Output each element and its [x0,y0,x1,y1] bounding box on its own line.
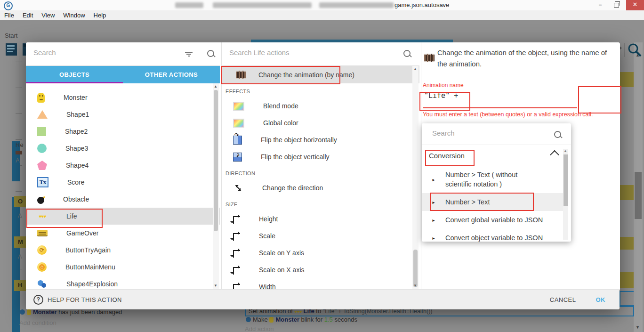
action-row-scale[interactable]: Scale [222,227,419,244]
object-row-shape4explosion[interactable]: Shape4Explosion [26,275,220,290]
behavior-icon [246,317,251,322]
help-icon[interactable]: ? [33,295,43,305]
category-label: Conversion [429,152,465,160]
highlighted-event-row: M [14,236,26,248]
actions-search-row [222,42,419,66]
objects-search-input[interactable] [32,48,170,57]
action-row-blend-mode[interactable]: Blend mode [222,97,419,114]
menu-file[interactable]: File [0,12,18,19]
action-row-height[interactable]: Height [222,211,419,227]
close-button[interactable]: ✕ [626,0,644,10]
object-row-shape1[interactable]: Shape1 [26,106,220,123]
tree-tick [16,88,22,88]
object-row-shape3[interactable]: Shape3 [26,140,220,157]
action-row-global-color[interactable]: Global color [222,114,419,131]
scroll-up-icon[interactable]: ▲ [413,67,417,71]
background-tab-start[interactable]: Start [5,32,17,39]
search-icon[interactable] [403,49,411,58]
search-icon[interactable] [554,130,562,139]
help-link[interactable]: HELP FOR THIS ACTION [48,296,122,303]
actions-search-input[interactable] [228,48,369,57]
events-scrollbar[interactable]: ▲ ▼ [634,42,643,332]
menu-bar: FileEditViewWindowHelp [0,10,644,20]
damaged-condition[interactable]: Monster has just been damaged [20,308,122,316]
direction-icon [233,183,243,193]
action-label: Global color [263,119,298,127]
animation-name-label: Animation name [423,82,464,89]
expression-item-number-text[interactable]: ▸Number > Text [422,193,563,211]
menu-window[interactable]: Window [59,12,89,19]
corner-icon [233,233,240,241]
expression-search-input[interactable] [431,129,538,138]
triangle-bullet-icon: ▸ [422,177,445,182]
object-row-gameover[interactable]: GameOver [26,225,220,242]
selected-action-row[interactable]: Change the animation (by name) [222,66,419,83]
object-row-shape4[interactable]: Shape4 [26,157,220,174]
scrollbar-thumb[interactable] [214,90,218,231]
expression-label: Number > Text ( without scientific notat… [445,170,544,189]
expression-popup: Conversion ▸Number > Text ( without scie… [422,123,571,242]
scrollbar-thumb[interactable] [413,250,418,287]
add-condition-link[interactable]: Add condition [19,319,56,326]
menu-edit[interactable]: Edit [18,12,37,19]
expression-item-convert-global-variable-to-json[interactable]: ▸Convert global variable to JSON [422,211,563,229]
scrollbar-thumb[interactable] [564,154,568,206]
action-label: Scale on Y axis [259,249,304,257]
monster-mini-icon [27,309,31,315]
ok-button[interactable]: OK [596,296,606,303]
category-conversion[interactable]: Conversion [422,145,571,166]
toolbar-separator [624,43,625,57]
action-label: Flip the object horizontally [261,136,337,144]
add-action-link[interactable]: Add action [245,325,274,332]
action-row-flip-the-object-horizontally[interactable]: Flip the object horizontally [222,131,419,148]
action-row-change-the-direction[interactable]: Change the direction [222,179,419,196]
group-header-direction: DIRECTION [222,165,419,179]
object-row-score[interactable]: Score [26,174,220,191]
search-icon[interactable] [627,42,642,57]
scroll-up-icon[interactable]: ▲ [564,149,567,153]
minimize-button[interactable]: – [592,0,608,10]
scroll-up-icon[interactable]: ▲ [214,84,217,89]
object-row-shape2[interactable]: Shape2 [26,123,220,140]
object-row-life[interactable]: Life [26,208,220,225]
object-label: Obstacle [63,195,89,203]
triangle-icon [37,110,48,119]
menu-view[interactable]: View [37,12,59,19]
scroll-down-icon[interactable]: ▼ [413,283,417,288]
tab-objects[interactable]: OBJECTS [26,66,123,83]
pentagon-icon [37,161,47,170]
expression-search-row [422,123,571,145]
action-row-scale-on-y-axis[interactable]: Scale on Y axis [222,244,419,261]
expression-item-convert-object-variable-to-json[interactable]: ▸Convert object variable to JSON [422,229,563,242]
object-row-buttontryagain[interactable]: ButtonTryAgain [26,242,220,259]
scroll-down-icon[interactable]: ▼ [214,283,217,288]
tree-tick [16,191,22,192]
expression-label: Convert global variable to JSON [445,215,544,225]
restore-button[interactable] [608,0,624,10]
objects-search-row [26,42,220,66]
scrollbar-thumb[interactable] [635,172,642,219]
value-text: 1.5 [324,316,333,323]
action-row-flip-the-object-vertically[interactable]: Flip the object vertically [222,148,419,165]
search-icon[interactable] [207,49,215,58]
object-row-monster[interactable]: Monster [26,89,220,106]
expression-scrollbar[interactable]: ▲ [563,149,568,240]
action-row-scale-on-x-axis[interactable]: Scale on X axis [222,261,419,278]
blink-action[interactable]: Make Monster blink for 1.5 seconds [246,316,357,323]
action-label: Height [259,215,278,223]
actions-scrollbar[interactable]: ▲ ▼ [412,66,419,289]
scroll-down-icon[interactable]: ▼ [636,325,640,330]
cancel-button[interactable]: CANCEL [550,296,576,303]
object-row-buttonmainmenu[interactable]: ButtonMainMenu [26,259,220,275]
tab-other-actions[interactable]: OTHER ACTIONS [123,66,220,83]
filter-icon[interactable] [184,51,193,57]
animation-name-field[interactable]: "Life" + [424,91,458,100]
behavior-icon [20,309,25,315]
menu-help[interactable]: Help [89,12,111,19]
action-row-width[interactable]: Width [222,278,419,290]
objects-scrollbar[interactable]: ▲ ▼ [213,83,219,289]
events-list-icon[interactable] [5,42,20,57]
object-row-obstacle[interactable]: Obstacle [26,191,220,208]
chevron-up-icon[interactable] [550,150,559,160]
expression-item-number-text-without-scientific-notation[interactable]: ▸Number > Text ( without scientific nota… [422,166,563,193]
